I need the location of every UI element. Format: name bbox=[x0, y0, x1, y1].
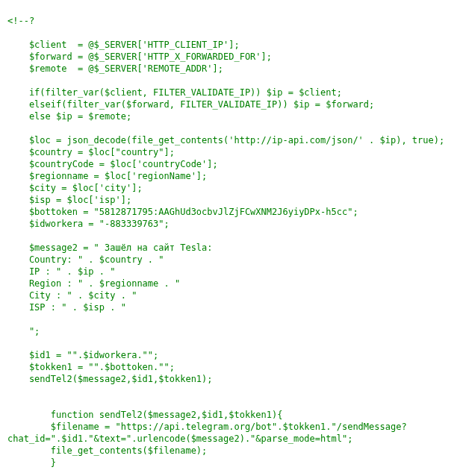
code-block: <!--? $client = @$_SERVER['HTTP_CLIENT_I… bbox=[7, 15, 453, 476]
